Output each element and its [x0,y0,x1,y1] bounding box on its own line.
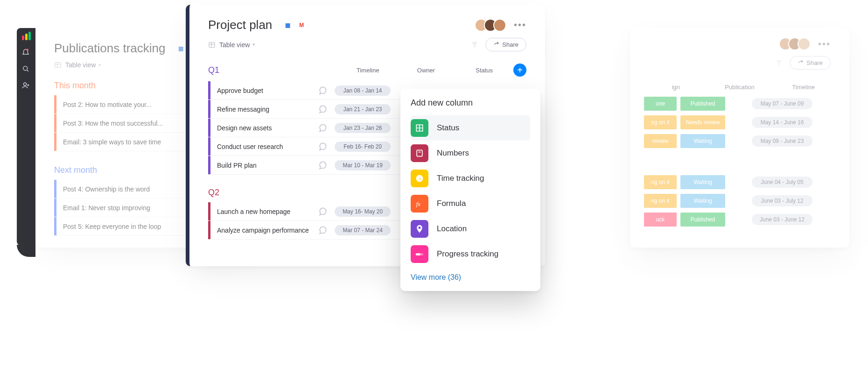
item-name[interactable]: Post 3: How the most successful... [63,120,184,127]
svg-rect-6 [209,42,215,47]
bell-icon[interactable] [21,48,31,57]
item-name[interactable]: Analyze campaign performance [217,227,315,234]
share-button[interactable]: Share [790,56,831,70]
fx-icon: fx [411,195,428,213]
svg-rect-8 [417,150,422,156]
board-members[interactable] [478,19,506,32]
gmail-icon[interactable]: M [295,19,308,32]
item-name[interactable]: Email: 3 simple ways to save time [63,138,184,146]
share-arrow-icon [493,42,499,48]
status-cell[interactable]: ng on it [644,115,677,129]
item-name[interactable]: Refine messaging [217,106,315,113]
timeline-pill[interactable]: June 03 - July 12 [752,195,812,206]
board-members[interactable] [783,37,811,50]
item-name[interactable]: Post 4: Ownership is the word [63,185,184,193]
table-row[interactable]: uckPublishedJune 03 - June 12 [644,210,835,229]
group-name[interactable]: This month [54,81,185,91]
timeline-pill[interactable]: Mar 07 - Mar 24 [335,225,391,235]
status-cell[interactable]: one [644,97,677,111]
status-cell[interactable]: Waiting [680,175,725,189]
table-row[interactable]: ng on itNeeds reviewMay 14 - June 16 [644,113,835,132]
option-label: Numbers [437,149,469,158]
timeline-pill[interactable]: Jan 08 - Jan 14 [335,85,391,96]
view-more-link[interactable]: View more (36) [411,273,530,282]
status-cell[interactable]: Waiting [680,194,725,208]
svg-point-0 [27,49,29,51]
timeline-pill[interactable]: May 16- May 20 [335,206,391,217]
more-icon[interactable]: ••• [514,20,526,30]
table-row[interactable]: onePublishedMay 07 - June 09 [644,94,835,113]
timeline-pill[interactable]: May 07 - June 09 [752,98,812,109]
timeline-pill[interactable]: May 14 - June 16 [752,117,812,128]
filter-icon[interactable] [776,60,782,66]
item-name[interactable]: Post 5: Keep everyone in the loop [63,223,184,230]
item-name[interactable]: Conduct user research [217,143,315,150]
column-type-option[interactable]: Numbers [411,141,530,166]
timeline-pill[interactable]: June 04 - July 05 [752,177,812,188]
chat-icon[interactable] [315,142,330,151]
add-column-button[interactable]: + [513,64,526,77]
share-button[interactable]: Share [485,38,526,51]
filter-icon[interactable] [471,42,478,48]
timeline-pill[interactable]: Mar 10 - Mar 19 [335,160,391,170]
timeline-pill[interactable]: Jan 23 - Jan 26 [335,123,391,133]
option-label: Formula [437,199,466,208]
chat-icon[interactable] [315,123,330,133]
item-name[interactable]: Post 2: How to motivate your... [63,101,184,108]
column-header: Publication [708,84,772,91]
more-icon[interactable]: ••• [818,39,831,50]
column-header: Status [455,67,513,74]
table-row[interactable]: ng on itWaitingJune 04 - July 05 [644,173,835,192]
status-cell[interactable]: Published [680,97,725,111]
column-type-option[interactable]: Status [411,115,530,141]
avatar[interactable] [779,37,792,50]
group-name[interactable]: Q1 [208,65,339,75]
avatar[interactable] [788,37,801,50]
item-name[interactable]: Design new assets [217,124,315,132]
chat-icon[interactable] [315,105,330,114]
add-user-icon[interactable] [21,81,31,91]
timeline-pill[interactable]: May 09 - June 23 [752,135,812,147]
group-name[interactable]: Q2 [208,188,339,198]
table-row[interactable]: ng on itWaitingJune 03 - July 12 [644,192,835,210]
status-cell[interactable]: Waiting [680,134,725,148]
item-name[interactable]: Build PR plan [217,162,315,169]
board-title: Publications tracking [54,41,165,56]
status-cell[interactable]: Published [680,213,725,227]
chat-icon[interactable] [315,161,330,170]
timeline-pill[interactable]: June 03 - June 12 [752,214,812,225]
search-icon[interactable] [21,64,31,74]
app-logo [21,32,32,40]
chevron-down-icon: ▾ [252,42,255,48]
chat-icon[interactable] [315,226,330,235]
table-row[interactable]: reviewWaitingMay 09 - June 23 [644,132,835,150]
column-type-option[interactable]: fxFormula [411,191,530,216]
svg-point-2 [24,83,27,85]
chat-icon[interactable] [315,86,330,95]
view-selector[interactable]: Table view [65,61,96,69]
left-nav-rail [17,28,35,245]
status-cell[interactable]: uck [644,213,677,227]
grid-icon [411,119,428,137]
group-name[interactable]: Next month [54,165,185,175]
item-name[interactable]: Email 1: Never stop improving [63,204,184,212]
avatar[interactable] [493,19,506,32]
status-cell[interactable]: review [644,134,677,148]
view-selector[interactable]: Table view [219,41,250,49]
box-icon[interactable]: ▦ [281,19,294,32]
status-cell[interactable]: ng on it [644,175,677,189]
timeline-pill[interactable]: Feb 16- Feb 20 [335,142,391,152]
item-name[interactable]: Approve budget [217,87,315,94]
timeline-pill[interactable]: Jan 21 - Jan 23 [335,104,391,114]
option-label: Status [437,123,459,133]
column-type-option[interactable]: Location [411,216,530,241]
status-cell[interactable]: ng on it [644,194,677,208]
chat-icon[interactable] [315,207,330,216]
board-title[interactable]: Project plan [208,18,272,32]
avatar[interactable] [798,37,811,50]
item-name[interactable]: Launch a new homepage [217,208,315,215]
status-cell[interactable]: Needs review [680,115,725,129]
column-type-option[interactable]: Time tracking [411,166,530,191]
column-type-option[interactable]: Progress tracking [411,241,530,267]
box-icon[interactable]: ▦ [175,42,187,55]
